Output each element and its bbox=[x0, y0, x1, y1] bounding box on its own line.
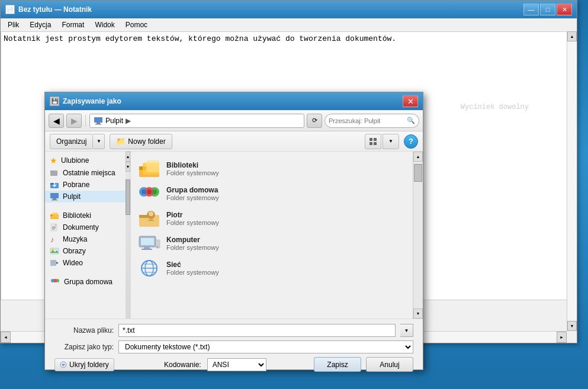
hide-folders-button[interactable]: Ukryj foldery bbox=[54, 358, 114, 371]
svg-rect-24 bbox=[50, 260, 56, 266]
file-item-siec[interactable]: Sieć Folder systemowy bbox=[136, 256, 408, 281]
sidebar-scrollbar[interactable]: ▲ ▼ bbox=[126, 152, 130, 319]
files-scroll-up[interactable]: ▲ bbox=[413, 152, 423, 162]
homegroup-name: Grupa domowa bbox=[166, 186, 219, 194]
sidebar-scroll-down[interactable]: ▼ bbox=[126, 162, 130, 172]
sidebar-item-obrazy[interactable]: Obrazy bbox=[45, 245, 126, 257]
help-button[interactable]: ? bbox=[404, 134, 418, 149]
sidebar-label-ulubione: Ulubione bbox=[61, 156, 89, 165]
refresh-button[interactable]: ⟳ bbox=[307, 114, 322, 128]
sidebar-label-ostatnie-miejsca: Ostatnie miejsca bbox=[63, 169, 115, 177]
menu-format[interactable]: Format bbox=[57, 20, 89, 30]
file-item-piotr[interactable]: Piotr Folder systemowy bbox=[136, 206, 408, 231]
sidebar-item-pulpit[interactable]: Pulpit bbox=[45, 191, 126, 202]
encoding-select[interactable]: ANSI bbox=[207, 358, 266, 371]
files-scroll-thumb[interactable] bbox=[414, 164, 422, 182]
sidebar-item-ostatnie-miejsca[interactable]: Ostatnie miejsca bbox=[45, 167, 126, 179]
dialog-body: ★ Ulubione Ostatnie miejsca bbox=[45, 152, 423, 319]
search-bar[interactable]: 🔍 bbox=[324, 114, 419, 128]
svg-rect-5 bbox=[369, 142, 372, 145]
file-list: Biblioteki Folder systemowy bbox=[136, 156, 408, 281]
siec-name: Sieć bbox=[166, 261, 219, 269]
scroll-left-arrow[interactable]: ◄ bbox=[1, 332, 11, 343]
sidebar-item-grupa-domowa[interactable]: Grupa domowa bbox=[45, 276, 126, 288]
close-button[interactable]: ✕ bbox=[557, 4, 572, 15]
svg-rect-4 bbox=[374, 138, 377, 141]
filename-row: Nazwa pliku: ▼ bbox=[54, 324, 413, 337]
breadcrumb[interactable]: Pulpit ▶ bbox=[89, 114, 304, 128]
sidebar-item-biblioteki[interactable]: Biblioteki bbox=[45, 210, 126, 221]
sidebar-content: ★ Ulubione Ostatnie miejsca bbox=[45, 152, 126, 319]
notepad-scrollbar-v[interactable]: ▲ ▼ bbox=[567, 31, 577, 331]
svg-rect-44 bbox=[141, 238, 154, 245]
sidebar-item-dokumenty[interactable]: Dokumenty bbox=[45, 221, 126, 233]
muzyka-icon: ♪ bbox=[50, 235, 59, 243]
file-item-komputer[interactable]: Komputer Folder systemowy bbox=[136, 231, 408, 256]
encoding-label: Kodowanie: bbox=[164, 361, 201, 369]
view-dropdown-button[interactable]: ▼ bbox=[383, 134, 399, 149]
nav-forward-button[interactable]: ▶ bbox=[66, 114, 82, 128]
filename-dropdown[interactable]: ▼ bbox=[400, 324, 413, 337]
sidebar-label-dokumenty: Dokumenty bbox=[63, 223, 99, 232]
computer-big-icon bbox=[138, 234, 160, 253]
file-item-grupa-domowa[interactable]: Grupa domowa Folder systemowy bbox=[136, 181, 408, 206]
files-scrollbar[interactable]: ▲ ▼ bbox=[413, 152, 423, 319]
sidebar-label-muzyka: Muzyka bbox=[63, 235, 87, 243]
dialog-close-button[interactable]: ✕ bbox=[403, 95, 418, 107]
organize-dropdown[interactable]: ▼ bbox=[93, 134, 105, 149]
menu-file[interactable]: Plik bbox=[3, 20, 24, 30]
sidebar-item-wideo[interactable]: Wideo bbox=[45, 257, 126, 269]
scroll-right-arrow[interactable]: ► bbox=[557, 332, 567, 343]
komputer-file-info: Komputer Folder systemowy bbox=[166, 236, 219, 251]
svg-rect-40 bbox=[139, 215, 147, 218]
file-item-biblioteki[interactable]: Biblioteki Folder systemowy bbox=[136, 156, 408, 181]
organize-button[interactable]: Organizuj bbox=[50, 134, 93, 149]
files-content: Biblioteki Folder systemowy bbox=[131, 152, 413, 319]
komputer-name: Komputer bbox=[166, 236, 219, 244]
svg-point-37 bbox=[152, 189, 157, 194]
svg-rect-2 bbox=[95, 124, 101, 125]
sidebar-item-ulubione[interactable]: ★ Ulubione bbox=[45, 154, 126, 167]
scroll-down-arrow[interactable]: ▼ bbox=[567, 321, 577, 331]
save-button[interactable]: Zapisz bbox=[314, 357, 361, 372]
menu-edit[interactable]: Edycja bbox=[25, 20, 56, 30]
search-input[interactable] bbox=[329, 117, 404, 124]
nav-back-button[interactable]: ◀ bbox=[49, 114, 64, 128]
obrazy-icon bbox=[50, 247, 59, 255]
homegroup-type: Folder systemowy bbox=[166, 194, 219, 201]
scroll-track-v bbox=[567, 41, 577, 321]
files-scroll-down[interactable]: ▼ bbox=[413, 308, 423, 319]
svg-rect-10 bbox=[50, 183, 54, 185]
filename-input[interactable] bbox=[118, 324, 396, 337]
sidebar-item-muzyka[interactable]: ♪ Muzyka bbox=[45, 233, 126, 245]
new-folder-button[interactable]: 📁 Nowy folder bbox=[110, 134, 172, 149]
encoding-area: Kodowanie: ANSI bbox=[152, 358, 266, 371]
view-toggle-button[interactable] bbox=[365, 134, 381, 149]
files-scroll-track bbox=[413, 162, 423, 308]
minimize-button[interactable]: — bbox=[523, 4, 539, 15]
dialog-toolbar: Organizuj ▼ 📁 Nowy folder ▼ ? bbox=[45, 131, 423, 152]
biblioteki-type: Folder systemowy bbox=[166, 169, 219, 176]
menu-help[interactable]: Pomoc bbox=[121, 20, 152, 30]
sidebar-item-pobrane[interactable]: Pobrane bbox=[45, 179, 126, 191]
menu-view[interactable]: Widok bbox=[90, 20, 119, 30]
sidebar-scroll-up[interactable]: ▲ bbox=[126, 152, 130, 162]
homegroup-big-icon bbox=[138, 184, 160, 203]
svg-rect-22 bbox=[50, 248, 59, 254]
sidebar-sep-1 bbox=[45, 202, 126, 210]
filetype-select[interactable]: Dokumenty tekstowe (*.txt) bbox=[118, 340, 413, 353]
svg-rect-13 bbox=[52, 200, 57, 201]
save-dialog: 💾 Zapisywanie jako ✕ ◀ ▶ Pulpit ▶ ⟳ 🔍 bbox=[44, 92, 423, 370]
maximize-button[interactable]: □ bbox=[540, 4, 555, 15]
cancel-button[interactable]: Anuluj bbox=[366, 357, 413, 372]
scroll-up-arrow[interactable]: ▲ bbox=[567, 31, 577, 41]
sidebar-scroll-thumb[interactable] bbox=[126, 179, 130, 215]
dialog-navbar: ◀ ▶ Pulpit ▶ ⟳ 🔍 bbox=[45, 110, 423, 131]
notepad-app-icon: 📄 bbox=[5, 5, 15, 14]
biblioteki-name: Biblioteki bbox=[166, 161, 219, 169]
sidebar-label-obrazy: Obrazy bbox=[63, 247, 86, 255]
desktop-icon bbox=[94, 117, 103, 125]
dialog-bottom: Nazwa pliku: ▼ Zapisz jako typ: Dokument… bbox=[45, 319, 423, 369]
dokumenty-icon bbox=[50, 223, 59, 232]
notepad-title-area: 📄 Bez tytułu — Notatnik bbox=[5, 5, 92, 14]
